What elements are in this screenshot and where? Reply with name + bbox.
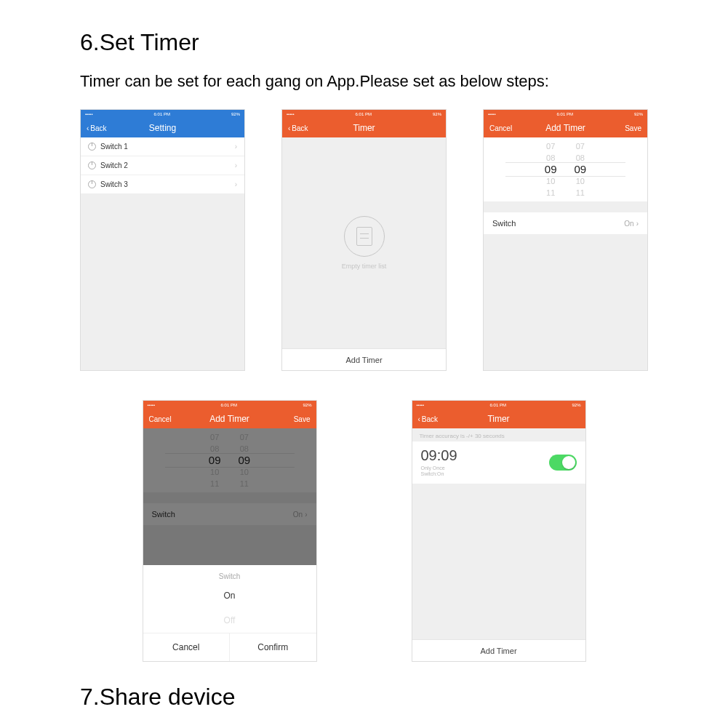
screenshot-add-timer: ••••• 6:01 PM 92% Cancel Add Timer Save … xyxy=(483,109,648,371)
switch-setting-row[interactable]: Switch On › xyxy=(484,212,647,235)
section-description: Timer can be set for each gang on App.Pl… xyxy=(80,69,648,93)
status-time: 6:01 PM xyxy=(154,112,170,116)
status-time: 6:01 PM xyxy=(557,112,573,116)
sheet-cancel-button[interactable]: Cancel xyxy=(143,633,231,661)
switch-row-1[interactable]: Switch 1 › xyxy=(81,137,244,156)
section-heading: 6.Set Timer xyxy=(80,29,648,56)
sheet-title: Switch xyxy=(143,565,316,583)
status-battery: 92% xyxy=(572,403,580,407)
header-title: Timer xyxy=(327,123,401,133)
status-battery: 92% xyxy=(433,112,441,116)
chevron-right-icon: › xyxy=(235,143,237,151)
screenshot-switch-actionsheet: ••••• 6:01 PM 92% Cancel Add Timer Save … xyxy=(143,400,317,662)
action-sheet: Switch On Off Cancel Confirm xyxy=(143,565,316,661)
screenshot-setting: ••••• 6:01 PM 92% ‹Back Setting Switch 1… xyxy=(80,109,245,371)
status-battery: 92% xyxy=(634,112,643,116)
status-carrier: ••••• xyxy=(148,403,156,407)
power-icon xyxy=(88,161,96,169)
header-title: Add Timer xyxy=(188,414,271,424)
status-carrier: ••••• xyxy=(417,403,425,407)
add-timer-button[interactable]: Add Timer xyxy=(282,348,446,370)
status-battery: 92% xyxy=(303,403,311,407)
cancel-header-button[interactable]: Cancel xyxy=(149,415,188,423)
sheet-confirm-button[interactable]: Confirm xyxy=(230,633,316,661)
save-button[interactable]: Save xyxy=(602,124,641,132)
status-time: 6:01 PM xyxy=(221,403,237,407)
option-on[interactable]: On xyxy=(143,583,316,608)
section-heading-2: 7.Share device xyxy=(80,684,648,711)
status-battery: 92% xyxy=(231,112,240,116)
time-picker[interactable]: 07 08 09 10 11 07 08 09 10 11 xyxy=(484,137,647,201)
back-button[interactable]: ‹Back xyxy=(87,124,126,132)
empty-state: Empty timer list xyxy=(282,137,446,348)
back-button[interactable]: ‹Back xyxy=(418,415,457,423)
timer-time: 09:09 xyxy=(421,447,457,464)
screenshot-timer-empty: ••••• 6:01 PM 92% ‹Back Timer Empty time… xyxy=(281,109,447,371)
chevron-right-icon: › xyxy=(235,161,237,169)
header-title: Setting xyxy=(126,123,199,133)
empty-label: Empty timer list xyxy=(342,263,387,270)
cancel-button[interactable]: Cancel xyxy=(489,124,529,132)
screenshot-timer-list: ••••• 6:01 PM 92% ‹Back Timer Timer accu… xyxy=(412,400,586,662)
save-button[interactable]: Save xyxy=(271,415,311,423)
header-title: Timer xyxy=(457,414,540,424)
status-time: 6:01 PM xyxy=(490,403,506,407)
document-icon xyxy=(344,216,385,257)
switch-label: Switch xyxy=(492,219,516,228)
back-button[interactable]: ‹Back xyxy=(288,124,327,132)
option-off[interactable]: Off xyxy=(143,608,316,633)
timer-entry[interactable]: 09:09 Only OnceSwitch:On xyxy=(412,441,585,484)
chevron-right-icon: › xyxy=(235,180,237,188)
power-icon xyxy=(88,143,96,151)
switch-row-2[interactable]: Switch 2 › xyxy=(81,156,244,175)
timer-toggle[interactable] xyxy=(549,455,577,471)
switch-row-3[interactable]: Switch 3 › xyxy=(81,175,244,194)
chevron-right-icon: › xyxy=(636,220,639,228)
status-carrier: ••••• xyxy=(488,112,496,116)
status-carrier: ••••• xyxy=(287,112,295,116)
accuracy-note: Timer accuracy is -/+ 30 seconds xyxy=(412,428,585,441)
header-title: Add Timer xyxy=(529,123,602,133)
timer-meta: Only OnceSwitch:On xyxy=(421,465,457,478)
status-carrier: ••••• xyxy=(85,112,93,116)
add-timer-button[interactable]: Add Timer xyxy=(412,639,585,661)
status-time: 6:01 PM xyxy=(356,112,372,116)
power-icon xyxy=(88,180,96,188)
